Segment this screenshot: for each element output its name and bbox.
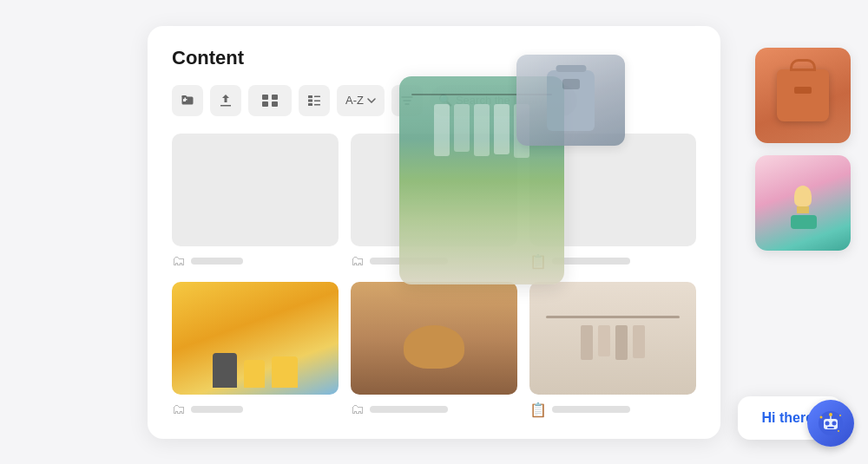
svg-point-19 <box>829 413 832 416</box>
meta-line-6 <box>552 406 630 413</box>
svg-point-16 <box>832 422 837 426</box>
grid-thumb-hat <box>351 282 517 395</box>
add-folder-button[interactable] <box>172 85 203 116</box>
meta-line-5 <box>370 406 448 413</box>
right-cards <box>755 48 851 251</box>
svg-point-15 <box>825 422 830 426</box>
svg-point-22 <box>838 430 839 432</box>
floating-clothes-container <box>399 76 564 284</box>
meta-line-4 <box>191 406 243 413</box>
grid-meta-4: 🗂 <box>172 402 339 417</box>
svg-rect-2 <box>262 101 268 107</box>
list-view-button[interactable] <box>299 85 330 116</box>
grid-meta-5: 🗂 <box>351 402 517 417</box>
svg-point-20 <box>820 416 823 419</box>
grid-item-6: 📋 <box>529 282 696 418</box>
right-card-bag <box>755 48 851 143</box>
chat-bot-icon[interactable] <box>807 400 854 447</box>
right-card-lightbulb <box>755 155 851 251</box>
meta-line-1 <box>191 258 243 265</box>
svg-rect-5 <box>314 95 320 97</box>
folder-icon-5: 🗂 <box>351 402 365 417</box>
grid-meta-1: 🗂 <box>172 253 339 269</box>
svg-rect-6 <box>308 99 312 101</box>
grid-item-4: 🗂 <box>172 282 339 418</box>
svg-rect-1 <box>272 95 278 100</box>
svg-rect-4 <box>308 95 312 98</box>
grid-item-5: 🗂 <box>351 282 517 418</box>
page-wrapper: Content <box>0 0 868 464</box>
chat-popup: Hi there! <box>738 396 842 440</box>
floating-backpack-image <box>516 55 625 146</box>
svg-point-21 <box>839 415 841 416</box>
svg-rect-3 <box>272 101 278 107</box>
folder-icon-1: 🗂 <box>172 253 186 269</box>
svg-rect-17 <box>827 427 834 428</box>
sort-label: A-Z <box>345 94 364 107</box>
grid-view-button[interactable] <box>248 85 292 116</box>
svg-rect-0 <box>262 95 268 100</box>
svg-rect-9 <box>314 104 320 106</box>
file-icon-6: 📋 <box>529 402 547 418</box>
grid-thumb-empty-1 <box>172 134 339 246</box>
grid-meta-6: 📋 <box>529 402 696 418</box>
sort-button[interactable]: A-Z <box>337 85 385 116</box>
svg-rect-8 <box>308 103 312 106</box>
folder-icon-2: 🗂 <box>351 253 365 269</box>
folder-icon-4: 🗂 <box>172 402 186 417</box>
upload-button[interactable] <box>210 85 241 116</box>
grid-thumb-people <box>172 282 339 395</box>
svg-rect-7 <box>314 100 320 101</box>
grid-item-1: 🗂 <box>172 134 339 270</box>
grid-thumb-clothes <box>529 282 696 395</box>
